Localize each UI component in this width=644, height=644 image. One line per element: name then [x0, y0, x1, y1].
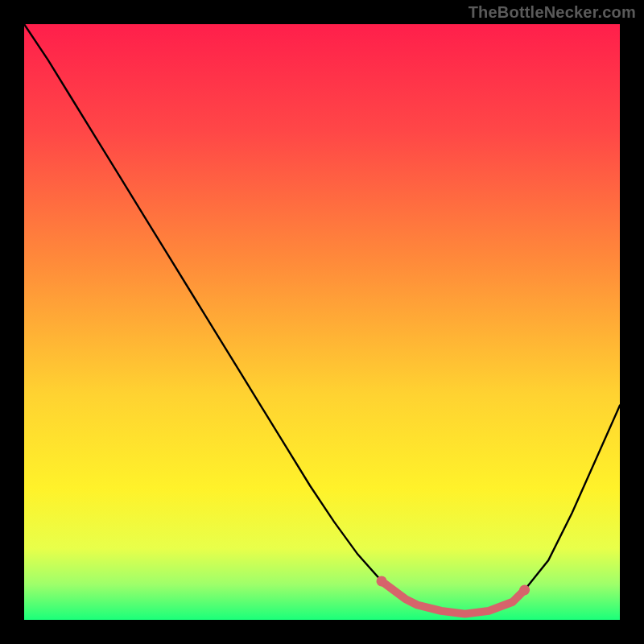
chart-svg — [24, 24, 620, 620]
svg-point-1 — [519, 585, 530, 596]
svg-point-0 — [377, 576, 387, 586]
chart-container: TheBottleNecker.com — [0, 0, 644, 644]
plot-area — [24, 24, 620, 620]
gradient-background — [24, 24, 620, 620]
watermark-text: TheBottleNecker.com — [469, 3, 636, 22]
